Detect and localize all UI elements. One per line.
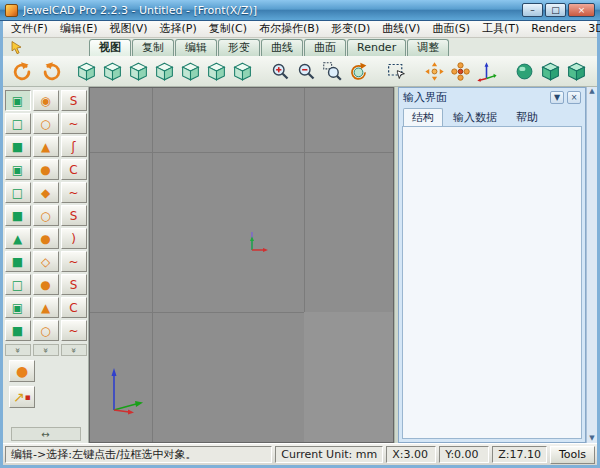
spiral-tool[interactable]: ʃ bbox=[61, 136, 87, 157]
tools-button[interactable]: Tools bbox=[550, 446, 595, 464]
pointer-arrow-icon[interactable] bbox=[9, 40, 24, 55]
shaded-cube-tool[interactable]: ▣ bbox=[5, 159, 31, 180]
x-coordinate: X:3.00 bbox=[386, 446, 436, 463]
ring-tool-icon: ○ bbox=[40, 118, 50, 130]
menu-renders[interactable]: Renders bbox=[525, 21, 582, 37]
sidebar-more-col2-button[interactable]: » bbox=[33, 344, 59, 356]
tab-deform[interactable]: 形变 bbox=[218, 39, 260, 56]
axis-origin-button[interactable] bbox=[473, 58, 499, 84]
menu-select[interactable]: 选择(P) bbox=[154, 21, 203, 37]
block-tool[interactable]: ■ bbox=[5, 205, 31, 226]
close-button[interactable]: × bbox=[568, 3, 595, 17]
view-bottom-button[interactable] bbox=[177, 58, 203, 84]
minimize-button[interactable]: – bbox=[522, 3, 543, 17]
wave2-tool[interactable]: ~ bbox=[61, 251, 87, 272]
gizmo-move-button[interactable] bbox=[447, 58, 473, 84]
menu-view[interactable]: 视图(V) bbox=[103, 21, 153, 37]
select-marquee-button[interactable] bbox=[383, 58, 409, 84]
panel-scrollbar[interactable]: ▲ ▼ bbox=[586, 87, 597, 443]
tab-render[interactable]: Render bbox=[347, 39, 406, 56]
zoom-in-button[interactable] bbox=[267, 58, 293, 84]
solid-cube-tool[interactable]: ■ bbox=[5, 136, 31, 157]
shaded-cube-button[interactable] bbox=[537, 58, 563, 84]
tab-copy[interactable]: 复制 bbox=[132, 39, 174, 56]
gizmo-orbit-button[interactable] bbox=[421, 58, 447, 84]
ball-tool[interactable]: ● bbox=[33, 228, 59, 249]
s2-tool[interactable]: S bbox=[61, 274, 87, 295]
oval-tool[interactable]: ○ bbox=[33, 320, 59, 341]
frame-tool[interactable]: □ bbox=[5, 274, 31, 295]
pick-arrow-button[interactable]: ↗▪ bbox=[9, 386, 35, 408]
viewport-canvas[interactable] bbox=[89, 87, 394, 443]
dot-tool[interactable]: ● bbox=[33, 274, 59, 295]
menu-copy[interactable]: 复制(C) bbox=[203, 21, 253, 37]
menu-curve[interactable]: 曲线(V) bbox=[376, 21, 426, 37]
wave-tool[interactable]: ~ bbox=[61, 113, 87, 134]
menu-boolean[interactable]: 布尔操作(B) bbox=[253, 21, 325, 37]
tab-structure[interactable]: 结构 bbox=[403, 108, 443, 126]
undo-button[interactable] bbox=[9, 58, 35, 84]
tri-tool[interactable]: ▲ bbox=[33, 297, 59, 318]
tab-edit[interactable]: 编辑 bbox=[175, 39, 217, 56]
cone-tool[interactable]: ▲ bbox=[33, 136, 59, 157]
donut-tool[interactable]: ◉ bbox=[33, 90, 59, 111]
paren-curve-tool[interactable]: ) bbox=[61, 228, 87, 249]
menu-deform[interactable]: 形变(D) bbox=[325, 21, 376, 37]
zoom-out-button[interactable] bbox=[293, 58, 319, 84]
rotate-view-button[interactable] bbox=[345, 58, 371, 84]
view-left-button[interactable] bbox=[203, 58, 229, 84]
menu-surface[interactable]: 曲面(S) bbox=[426, 21, 476, 37]
sidebar-more-col1-button[interactable]: » bbox=[5, 344, 31, 356]
arc2-tool[interactable]: C bbox=[61, 297, 87, 318]
tab-input-data[interactable]: 输入数据 bbox=[444, 108, 506, 126]
arc-tool[interactable]: C bbox=[61, 159, 87, 180]
wire-cube-tool[interactable]: □ bbox=[5, 113, 31, 134]
diamond-tool[interactable]: ◇ bbox=[33, 251, 59, 272]
curve2-tool[interactable]: ~ bbox=[61, 320, 87, 341]
sidebar-more-col3-button[interactable]: » bbox=[61, 344, 87, 356]
statusbar: 编辑->选择:左键点击/拉框选中对象。 Current Unit: mm X:3… bbox=[3, 443, 597, 465]
view-right-button[interactable] bbox=[229, 58, 255, 84]
gem-tool[interactable]: ◆ bbox=[33, 182, 59, 203]
tab-curve[interactable]: 曲线 bbox=[261, 39, 303, 56]
shaded-sphere-button[interactable] bbox=[511, 58, 537, 84]
scroll-up-icon[interactable]: ▲ bbox=[589, 88, 594, 95]
view-perspective-button[interactable] bbox=[73, 58, 99, 84]
box-tool[interactable]: □ bbox=[5, 182, 31, 203]
tab-view[interactable]: 视图 bbox=[89, 39, 131, 56]
panel-tool[interactable]: ▣ bbox=[5, 297, 31, 318]
pick-arrow-icon: ↗ bbox=[13, 389, 25, 405]
menu-edit[interactable]: 编辑(E) bbox=[54, 21, 104, 37]
cube-tool[interactable]: ▣ bbox=[5, 90, 31, 111]
ring-tool[interactable]: ○ bbox=[33, 113, 59, 134]
tab-surface[interactable]: 曲面 bbox=[304, 39, 346, 56]
tab-help[interactable]: 帮助 bbox=[507, 108, 547, 126]
zoom-window-button[interactable] bbox=[319, 58, 345, 84]
redo-button[interactable] bbox=[39, 58, 65, 84]
sphere-primitive-button[interactable]: ● bbox=[9, 360, 35, 382]
sidebar-expand-button[interactable]: ↔ bbox=[11, 427, 81, 441]
pin-icon[interactable]: ▼ bbox=[550, 91, 564, 104]
scroll-down-icon[interactable]: ▼ bbox=[589, 435, 594, 442]
cone-tool-icon: ▲ bbox=[41, 141, 50, 153]
maximize-button[interactable]: □ bbox=[545, 3, 566, 17]
panel-close-icon[interactable]: × bbox=[567, 91, 581, 104]
s-curve-tool[interactable]: S bbox=[61, 90, 87, 111]
display-mode-button[interactable] bbox=[563, 58, 589, 84]
paren-curve-tool-icon: ) bbox=[71, 233, 76, 245]
view-front-button[interactable] bbox=[99, 58, 125, 84]
menu-file[interactable]: 文件(F) bbox=[5, 21, 54, 37]
orange-sphere-tool[interactable]: ● bbox=[33, 159, 59, 180]
view-top-button[interactable] bbox=[151, 58, 177, 84]
brick-tool[interactable]: ■ bbox=[5, 320, 31, 341]
menu-3d-printing[interactable]: 3D Printing bbox=[582, 21, 600, 37]
pyramid-tool[interactable]: ▲ bbox=[5, 228, 31, 249]
s-tool[interactable]: S bbox=[61, 205, 87, 226]
view-back-button[interactable] bbox=[125, 58, 151, 84]
cube2-tool[interactable]: ■ bbox=[5, 251, 31, 272]
curve-tool[interactable]: ~ bbox=[61, 182, 87, 203]
menu-tools[interactable]: 工具(T) bbox=[476, 21, 525, 37]
circle-tool[interactable]: ○ bbox=[33, 205, 59, 226]
tab-adjust[interactable]: 调整 bbox=[407, 39, 449, 56]
chevron-more-icon: » bbox=[41, 347, 50, 353]
